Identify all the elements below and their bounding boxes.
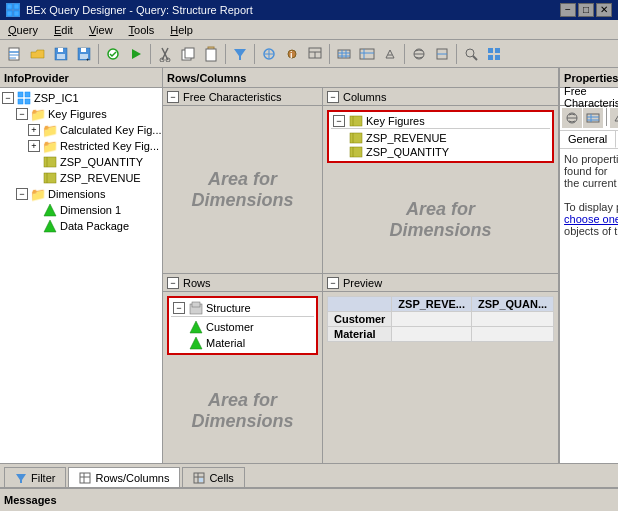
dimensions-node[interactable]: − 📁 Dimensions (2, 186, 160, 202)
calc-kf-expand[interactable]: + (28, 124, 40, 136)
rows-box: − Structure Customer Material (167, 296, 318, 355)
menu-edit[interactable]: Edit (50, 23, 77, 37)
tb-btn-11[interactable] (460, 43, 482, 65)
preview-expand[interactable]: − (327, 277, 339, 289)
svg-rect-20 (185, 48, 194, 58)
rows-expand[interactable]: − (167, 277, 179, 289)
new-button[interactable] (4, 43, 26, 65)
svg-rect-2 (7, 11, 12, 16)
customer-row[interactable]: Customer (171, 319, 314, 335)
tb-btn-7[interactable] (356, 43, 378, 65)
root-label: ZSP_IC1 (34, 92, 79, 104)
properties-toolbar-button[interactable]: i (281, 43, 303, 65)
close-button[interactable]: ✕ (596, 3, 612, 17)
svg-rect-49 (488, 55, 493, 60)
calc-kf-icon: 📁 (42, 123, 58, 137)
svg-text:i: i (290, 50, 293, 60)
dim1-label: Dimension 1 (60, 204, 121, 216)
save-button[interactable] (50, 43, 72, 65)
bottom-tabs: Filter Rows/Columns Cells (0, 463, 618, 487)
rows-area: Area forDimensions (163, 359, 322, 463)
columns-panel: − Columns − Key Figures ZSP_REVENUE (323, 88, 558, 273)
tb-btn-10[interactable] (431, 43, 453, 65)
messages-label: Messages (4, 494, 57, 506)
rows-panel: − Rows − Structure Customer (163, 274, 323, 463)
dim-folder-icon: 📁 (30, 187, 46, 201)
root-node[interactable]: − ZSP_IC1 (2, 90, 160, 106)
free-chars-expand[interactable]: − (167, 91, 179, 103)
svg-point-45 (466, 49, 474, 57)
tb-btn-5[interactable] (304, 43, 326, 65)
minimize-button[interactable]: − (560, 3, 576, 17)
svg-rect-81 (80, 473, 90, 483)
calc-kf-node[interactable]: + 📁 Calculated Key Fig... (2, 122, 160, 138)
maximize-button[interactable]: □ (578, 3, 594, 17)
preview-cell-01 (471, 312, 553, 327)
tab-general[interactable]: General (560, 131, 616, 148)
tb-btn-12[interactable] (483, 43, 505, 65)
filter-toolbar-button[interactable] (229, 43, 251, 65)
tb-btn-8[interactable] (379, 43, 401, 65)
preview-row-header-0: Customer (328, 312, 392, 327)
restricted-kf-expand[interactable]: + (28, 140, 40, 152)
save-as-button[interactable]: + (73, 43, 95, 65)
key-figures-label: Key Figures (48, 108, 107, 120)
prop-tb-2[interactable] (583, 108, 603, 128)
zsp-revenue-col[interactable]: ZSP_REVENUE (331, 131, 550, 145)
execute-button[interactable] (125, 43, 147, 65)
zsp-quantity-node[interactable]: ZSP_QUANTITY (2, 154, 160, 170)
cut-button[interactable] (154, 43, 176, 65)
tb-btn-9[interactable] (408, 43, 430, 65)
svg-rect-87 (199, 478, 203, 482)
dim1-node[interactable]: Dimension 1 (2, 202, 160, 218)
menu-tools[interactable]: Tools (125, 23, 159, 37)
svg-marker-60 (44, 220, 56, 232)
svg-marker-16 (132, 49, 141, 59)
data-pkg-node[interactable]: Data Package (2, 218, 160, 234)
check-button[interactable] (102, 43, 124, 65)
prop-tb-3[interactable] (610, 108, 618, 128)
col-kf-node-label: Key Figures (366, 115, 425, 127)
prop-text: No properties arefound forthe current se… (564, 153, 618, 189)
paste-button[interactable] (200, 43, 222, 65)
menu-help[interactable]: Help (166, 23, 197, 37)
tab-cells[interactable]: Cells (182, 467, 244, 487)
zsp-revenue-node[interactable]: ZSP_REVENUE (2, 170, 160, 186)
key-figures-node[interactable]: − 📁 Key Figures (2, 106, 160, 122)
tab-filter[interactable]: Filter (4, 467, 66, 487)
svg-rect-73 (587, 114, 599, 122)
svg-rect-65 (350, 147, 362, 157)
global-filter-button[interactable] (258, 43, 280, 65)
dimensions-label: Dimensions (48, 188, 105, 200)
tab-rows-cols[interactable]: Rows/Columns (68, 467, 180, 487)
svg-rect-22 (206, 49, 216, 61)
material-row[interactable]: Material (171, 335, 314, 351)
free-chars-panel: − Free Characteristics Area forDimension… (163, 88, 323, 273)
columns-box-header: − Key Figures (331, 114, 550, 129)
prop-tb-1[interactable] (562, 108, 582, 128)
zsp-quantity-col[interactable]: ZSP_QUANTITY (331, 145, 550, 159)
infoprovider-tree: − ZSP_IC1 − 📁 Key Figures + 📁 Calculated… (0, 88, 162, 463)
infoprovider-panel: InfoProvider − ZSP_IC1 − 📁 Key Figures +… (0, 68, 163, 463)
data-pkg-label: Data Package (60, 220, 129, 232)
copy-button[interactable] (177, 43, 199, 65)
kf-expand[interactable]: − (16, 108, 28, 120)
svg-rect-9 (58, 48, 63, 52)
menu-view[interactable]: View (85, 23, 117, 37)
svg-rect-63 (350, 133, 362, 143)
columns-placeholder: Area forDimensions (390, 199, 492, 241)
properties-label: Properties (564, 72, 618, 84)
choose-one-link[interactable]: choose one or... (564, 213, 618, 225)
menu-query[interactable]: Query (4, 23, 42, 37)
svg-rect-3 (14, 11, 19, 16)
dim-expand[interactable]: − (16, 188, 28, 200)
tb-btn-6[interactable] (333, 43, 355, 65)
open-button[interactable] (27, 43, 49, 65)
root-expand[interactable]: − (2, 92, 14, 104)
free-chars-area: Area forDimensions (163, 106, 322, 273)
tab-rows-cols-label: Rows/Columns (95, 472, 169, 484)
columns-expand[interactable]: − (327, 91, 339, 103)
zsp-quantity-col-label: ZSP_QUANTITY (366, 146, 449, 158)
restricted-kf-node[interactable]: + 📁 Restricted Key Fig... (2, 138, 160, 154)
tab-filter-label: Filter (31, 472, 55, 484)
